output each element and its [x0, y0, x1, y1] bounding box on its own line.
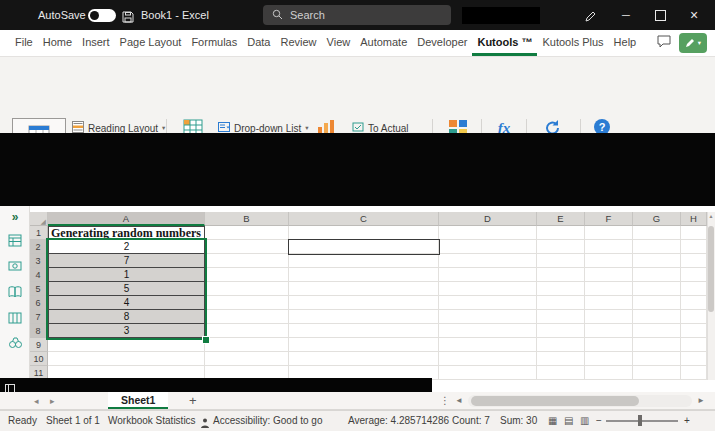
tab-overflow-icon[interactable]: ⋮ [440, 392, 450, 410]
cell-A7[interactable]: 8 [48, 310, 205, 324]
cell-H8[interactable] [681, 324, 707, 338]
cell-G7[interactable] [633, 310, 681, 324]
cell-B8[interactable] [205, 324, 289, 338]
select-all-button[interactable]: ◢ [30, 212, 48, 226]
cell-F1[interactable] [585, 226, 633, 240]
cell-D7[interactable] [439, 310, 537, 324]
cell-E9[interactable] [537, 338, 585, 352]
zoom-in-button[interactable]: + [684, 411, 690, 431]
row-header-6[interactable]: 6 [30, 296, 48, 310]
normal-view-button[interactable]: ▦ [548, 411, 557, 431]
cell-B2[interactable] [205, 240, 289, 254]
cell-D8[interactable] [439, 324, 537, 338]
cell-B4[interactable] [205, 268, 289, 282]
cell-E5[interactable] [537, 282, 585, 296]
tab-formulas[interactable]: Formulas [186, 30, 242, 56]
cell-G5[interactable] [633, 282, 681, 296]
horizontal-scrollbar-thumb[interactable] [471, 396, 639, 406]
cell-D4[interactable] [439, 268, 537, 282]
cell-G4[interactable] [633, 268, 681, 282]
cell-E10[interactable] [537, 352, 585, 366]
row-header-3[interactable]: 3 [30, 254, 48, 268]
cell-C7[interactable] [289, 310, 439, 324]
close-button[interactable]: × [678, 0, 710, 30]
cell-B5[interactable] [205, 282, 289, 296]
cell-A3[interactable]: 7 [48, 254, 205, 268]
worksheet-list-icon[interactable] [0, 234, 30, 247]
cell-A6[interactable]: 4 [48, 296, 205, 310]
tab-view[interactable]: View [322, 30, 356, 56]
cell-A10[interactable] [48, 352, 205, 366]
cell-F3[interactable] [585, 254, 633, 268]
cell-F7[interactable] [585, 310, 633, 324]
page-layout-view-button[interactable]: ▤ [564, 411, 573, 431]
tab-kutools-plus[interactable]: Kutools Plus [537, 30, 608, 56]
pen-icon[interactable] [584, 9, 596, 27]
cell-G6[interactable] [633, 296, 681, 310]
cell-D6[interactable] [439, 296, 537, 310]
cell-C10[interactable] [289, 352, 439, 366]
cell-D3[interactable] [439, 254, 537, 268]
cell-C9[interactable] [289, 338, 439, 352]
row-header-5[interactable]: 5 [30, 282, 48, 296]
row-header-10[interactable]: 10 [30, 352, 48, 366]
add-sheet-button[interactable]: + [189, 392, 197, 410]
maximize-button[interactable] [644, 0, 676, 30]
resource-library-icon[interactable] [0, 286, 30, 298]
cell-E6[interactable] [537, 296, 585, 310]
column-header-A[interactable]: A [48, 212, 205, 226]
cell-F6[interactable] [585, 296, 633, 310]
cell-A2[interactable]: 2 [48, 240, 205, 254]
comments-button[interactable] [657, 34, 671, 52]
tab-insert[interactable]: Insert [77, 30, 115, 56]
tab-home[interactable]: Home [38, 30, 77, 56]
column-header-G[interactable]: G [633, 212, 681, 226]
cell-C4[interactable] [289, 268, 439, 282]
currency-icon[interactable] [0, 260, 30, 272]
sheet-tab-sheet1[interactable]: Sheet1 [108, 392, 168, 409]
expand-pane-icon[interactable]: » [0, 210, 30, 224]
row-header-4[interactable]: 4 [30, 268, 48, 282]
cell-G1[interactable] [633, 226, 681, 240]
search-input[interactable]: Search [263, 5, 451, 25]
cell-H4[interactable] [681, 268, 707, 282]
tab-review[interactable]: Review [275, 30, 321, 56]
cell-H10[interactable] [681, 352, 707, 366]
zoom-slider-thumb[interactable] [638, 415, 642, 426]
cell-B7[interactable] [205, 310, 289, 324]
cell-A8[interactable]: 3 [48, 324, 205, 338]
cell-A1[interactable]: Generating random numbers [48, 226, 205, 240]
cell-C5[interactable] [289, 282, 439, 296]
zoom-slider[interactable] [606, 420, 678, 422]
save-icon[interactable] [122, 9, 134, 27]
row-header-7[interactable]: 7 [30, 310, 48, 324]
vertical-scrollbar-thumb[interactable] [708, 226, 714, 312]
cell-E7[interactable] [537, 310, 585, 324]
cell-H1[interactable] [681, 226, 707, 240]
cell-G9[interactable] [633, 338, 681, 352]
cell-F10[interactable] [585, 352, 633, 366]
tab-kutools[interactable]: Kutools ™ [472, 30, 537, 56]
fill-handle[interactable] [202, 336, 210, 344]
cell-F9[interactable] [585, 338, 633, 352]
cell-D11[interactable] [439, 366, 537, 380]
column-header-C[interactable]: C [289, 212, 439, 226]
tab-help[interactable]: Help [609, 30, 642, 56]
column-header-H[interactable]: H [681, 212, 707, 226]
cell-E8[interactable] [537, 324, 585, 338]
cell-H6[interactable] [681, 296, 707, 310]
row-header-9[interactable]: 9 [30, 338, 48, 352]
accessibility-status[interactable]: Accessibility: Good to go [213, 411, 323, 431]
cell-B3[interactable] [205, 254, 289, 268]
cell-G2[interactable] [633, 240, 681, 254]
cell-H5[interactable] [681, 282, 707, 296]
cell-H9[interactable] [681, 338, 707, 352]
cell-C3[interactable] [289, 254, 439, 268]
workbook-statistics-button[interactable]: Workbook Statistics [108, 411, 196, 431]
cell-G3[interactable] [633, 254, 681, 268]
column-list-icon[interactable] [0, 312, 30, 324]
cell-D1[interactable] [439, 226, 537, 240]
cell-H2[interactable] [681, 240, 707, 254]
cell-F2[interactable] [585, 240, 633, 254]
cell-E2[interactable] [537, 240, 585, 254]
